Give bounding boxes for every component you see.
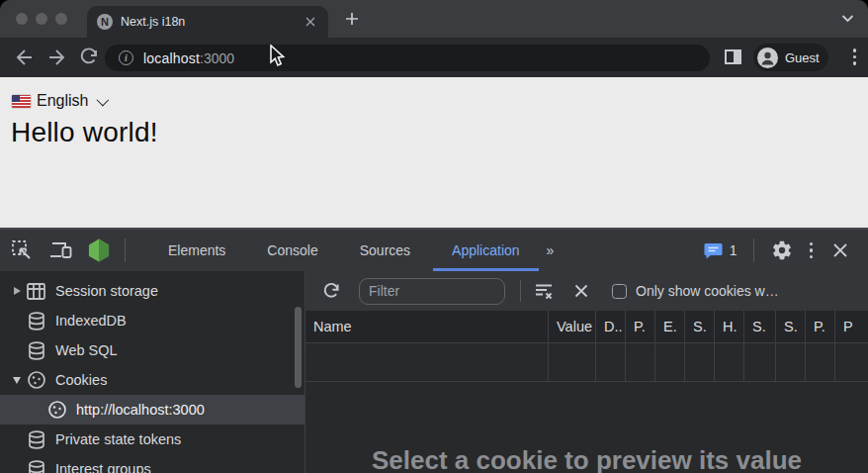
forward-button[interactable]: [45, 46, 69, 69]
device-toolbar-icon[interactable]: [49, 238, 73, 262]
close-window-button[interactable]: [16, 13, 28, 25]
database-icon: [26, 429, 46, 450]
col-priority[interactable]: P: [835, 311, 868, 342]
sidebar-item-session-storage[interactable]: Session storage: [0, 276, 304, 306]
devtools-toolbar: Elements Console Sources Application » 1: [0, 230, 868, 271]
mouse-cursor: [268, 45, 288, 68]
browser-window: N Next.js i18n i localhost:3000: [0, 0, 868, 473]
us-flag-icon: [12, 95, 31, 108]
browser-tab[interactable]: N Next.js i18n: [87, 6, 328, 38]
nodejs-icon[interactable]: [87, 238, 111, 262]
tab-elements[interactable]: Elements: [147, 230, 246, 271]
tab-console[interactable]: Console: [246, 230, 338, 271]
tab-strip: N Next.js i18n: [0, 0, 868, 38]
window-controls: [16, 13, 67, 25]
delete-all-icon[interactable]: [569, 279, 593, 303]
devtools-toolbar-right: 1: [704, 230, 868, 271]
only-show-cookies-checkbox[interactable]: [612, 284, 627, 299]
devtools-panel: Elements Console Sources Application » 1: [0, 228, 868, 473]
settings-gear-icon[interactable]: [770, 238, 794, 262]
issues-count: 1: [730, 242, 738, 258]
minimize-window-button[interactable]: [36, 13, 47, 25]
tab-application[interactable]: Application: [431, 230, 541, 271]
col-domain[interactable]: D..: [596, 311, 626, 342]
col-value[interactable]: Value: [549, 311, 596, 342]
inspect-element-icon[interactable]: [10, 238, 34, 262]
database-icon: [26, 340, 46, 361]
cookie-icon: [46, 400, 67, 421]
col-expires[interactable]: E.: [655, 311, 685, 342]
col-samesite[interactable]: S.: [776, 311, 806, 342]
side-panel-icon[interactable]: [725, 49, 741, 64]
sidebar-scrollbar[interactable]: [295, 307, 302, 388]
browser-toolbar: i localhost:3000 Guest: [0, 38, 868, 77]
devtools-tabs: Elements Console Sources Application »: [147, 230, 559, 271]
clear-filter-icon[interactable]: [532, 279, 556, 303]
profile-name: Guest: [785, 50, 820, 65]
issues-bubble-icon: [704, 242, 723, 259]
col-size[interactable]: S.: [685, 311, 715, 342]
cookies-panel: Only show cookies w… Name Value D.. P. E…: [305, 271, 868, 473]
devtools-close-icon[interactable]: [828, 238, 852, 262]
more-tabs-icon[interactable]: »: [541, 230, 560, 271]
col-name[interactable]: Name: [305, 311, 549, 342]
application-sidebar: Session storage IndexedDB Web SQL: [0, 271, 305, 473]
language-label: English: [37, 92, 88, 110]
sidebar-item-web-sql[interactable]: Web SQL: [0, 335, 304, 365]
col-partition[interactable]: P.: [806, 311, 835, 342]
database-icon: [26, 459, 46, 473]
tab-sources[interactable]: Sources: [339, 230, 431, 271]
only-show-cookies-label: Only show cookies w…: [636, 283, 868, 299]
devtools-menu-icon[interactable]: [810, 242, 814, 259]
nextjs-favicon-icon: N: [97, 14, 113, 30]
new-tab-button[interactable]: [344, 11, 360, 27]
url-port: :3000: [200, 50, 234, 66]
refresh-icon[interactable]: [319, 279, 343, 303]
back-button[interactable]: [12, 46, 36, 69]
reload-button[interactable]: [77, 46, 101, 69]
browser-menu-icon[interactable]: [853, 48, 857, 65]
cookie-icon: [26, 370, 46, 391]
issues-counter[interactable]: 1: [704, 242, 738, 259]
collapse-arrow-icon[interactable]: [13, 377, 21, 384]
table-icon: [26, 281, 46, 302]
page-heading: Hello world!: [11, 117, 158, 148]
col-httponly[interactable]: H.: [715, 311, 744, 342]
tab-close-icon[interactable]: [303, 14, 318, 30]
sidebar-item-cookie-origin[interactable]: http://localhost:3000: [0, 395, 304, 425]
page-content: English Hello world!: [0, 77, 868, 228]
expand-arrow-icon[interactable]: [14, 287, 21, 295]
url-host: localhost: [143, 50, 200, 66]
address-bar[interactable]: i localhost:3000: [105, 45, 710, 71]
tab-title: Next.js i18n: [121, 15, 303, 29]
sidebar-item-interest-groups[interactable]: Interest groups: [0, 454, 304, 473]
sidebar-item-private-state-tokens[interactable]: Private state tokens: [0, 425, 304, 454]
cookie-preview-pane: Select a cookie to preview its value: [305, 382, 868, 473]
cookies-empty-row[interactable]: [305, 343, 868, 382]
cookies-toolbar: Only show cookies w…: [305, 271, 868, 311]
profile-button[interactable]: Guest: [753, 44, 828, 71]
devtools-body: Session storage IndexedDB Web SQL: [0, 271, 868, 473]
col-path[interactable]: P.: [626, 311, 655, 342]
avatar-icon: [757, 47, 778, 68]
database-icon: [26, 311, 46, 331]
chevron-down-icon: [97, 93, 110, 106]
col-secure[interactable]: S.: [744, 311, 776, 342]
language-selector[interactable]: English: [12, 92, 106, 110]
filter-input[interactable]: [359, 278, 505, 305]
site-info-icon[interactable]: i: [119, 50, 133, 65]
tab-search-chevron-icon[interactable]: [841, 14, 854, 23]
zoom-window-button[interactable]: [55, 13, 67, 25]
sidebar-item-indexeddb[interactable]: IndexedDB: [0, 306, 304, 335]
cookie-preview-message: Select a cookie to preview its value: [372, 445, 802, 473]
sidebar-item-cookies[interactable]: Cookies: [0, 365, 304, 395]
cookies-table-header: Name Value D.. P. E. S. H. S. S. P. P: [305, 311, 868, 343]
